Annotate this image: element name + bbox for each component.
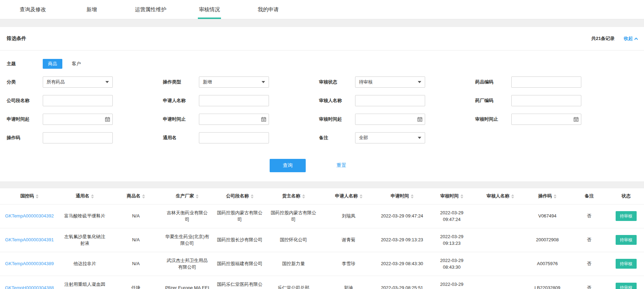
tab-audit-status[interactable]: 审核情况 [180, 0, 239, 19]
cell-auditor [476, 252, 525, 276]
field-label: 审核时间止 [475, 116, 511, 122]
query-button[interactable]: 查询 [270, 159, 306, 172]
column-header-audit-time[interactable]: 审核时间 [428, 188, 476, 204]
tab-label: 审核情况 [199, 6, 220, 13]
generic-name-input[interactable] [199, 132, 269, 143]
column-header-apply-time[interactable]: 申请时间 [376, 188, 428, 204]
tab-label: 新增 [86, 6, 97, 13]
column-header-auditor[interactable]: 审核人名称 [476, 188, 525, 204]
audit-time-to-datepicker [511, 114, 581, 125]
field-apply-time-to: 申请时间止 [163, 114, 319, 125]
collapse-toggle[interactable]: 收起 [624, 35, 638, 42]
chevron-up-icon [634, 38, 638, 40]
field-drug-code: 药品编码 [475, 76, 637, 88]
field-topic: 主题 商品 客户 [0, 59, 644, 69]
selected-value: 全部 [359, 135, 368, 141]
sort-icon[interactable] [142, 194, 145, 199]
sort-icon[interactable] [511, 194, 514, 199]
sort-icon[interactable] [196, 194, 199, 199]
cell-generic-name: 左氧氟沙星氯化钠注射液 [59, 228, 111, 252]
sort-icon[interactable] [302, 194, 305, 199]
audit-time-to-input[interactable] [511, 114, 581, 125]
cell-remark: 否 [570, 252, 608, 276]
sort-icon[interactable] [554, 194, 556, 199]
cell-audit-time: 2022-03-29 09:13:23 [428, 228, 476, 252]
cell-apply-time: 2022-03-29 09:13:23 [376, 228, 428, 252]
column-header-generic-name[interactable]: 通用名 [59, 188, 111, 204]
cell-gk-code: GKTempA00000304392 [0, 204, 59, 228]
factory-code-input[interactable] [511, 95, 581, 106]
field-label: 药厂编码 [475, 98, 511, 104]
results-table: 国控码 通用名 商品名 生产厂家 公司段名称 货主名称 申请人名称 申请时间 审… [0, 188, 644, 289]
sort-icon[interactable] [461, 194, 463, 199]
apply-time-to-input[interactable] [199, 114, 269, 125]
filter-panel: 筛选条件 共21条记录 收起 主题 商品 客户 分类 所有药品 [0, 27, 644, 181]
field-audit-status: 审核状态 待审核 [319, 76, 475, 88]
field-operator-code: 操作码 [7, 132, 163, 143]
cell-company: 国药控股长沙有限公司 [213, 228, 266, 252]
grid-spacer [475, 132, 637, 143]
sort-icon[interactable] [91, 194, 94, 199]
cell-operator-code: 200072908 [525, 228, 570, 252]
cell-generic-name: 注射用重组人凝血因子 [59, 276, 111, 289]
filter-panel-header: 筛选条件 共21条记录 收起 [0, 27, 644, 51]
field-label: 申请时间止 [163, 116, 199, 122]
drug-code-input[interactable] [511, 76, 581, 88]
column-header-company[interactable]: 公司段名称 [213, 188, 266, 204]
cell-operator-code: LB22032809 [525, 276, 570, 289]
cell-apply-time: 2022-03-29 09:47:24 [376, 204, 428, 228]
gk-code-link[interactable]: GKTempA00000304392 [5, 213, 54, 219]
sort-icon[interactable] [36, 194, 39, 199]
gk-code-link[interactable]: GKTempA00000304389 [5, 261, 54, 266]
sort-icon[interactable] [360, 194, 362, 199]
cell-product-name: N/A [111, 204, 161, 228]
remark-select[interactable]: 全部 [355, 132, 425, 143]
reset-button[interactable]: 重置 [337, 162, 346, 169]
column-header-manufacturer[interactable]: 生产厂家 [161, 188, 213, 204]
filter-title: 筛选条件 [7, 35, 26, 42]
apply-time-from-datepicker [43, 114, 113, 125]
gk-code-link[interactable]: GKTempA00000304391 [5, 237, 54, 242]
column-header-product-name[interactable]: 商品名 [111, 188, 161, 204]
cell-apply-time: 2022-03-29 08:25:51 [376, 276, 428, 289]
field-label: 公司段名称 [7, 98, 43, 104]
record-count: 共21条记录 [591, 35, 615, 42]
tab-query-and-modify[interactable]: 查询及修改 [4, 0, 62, 19]
field-audit-time-to: 审核时间止 [475, 114, 637, 125]
audit-status-select[interactable]: 待审核 [355, 76, 425, 88]
tab-operation-attribute-maintenance[interactable]: 运营属性维护 [121, 0, 180, 19]
column-header-owner[interactable]: 货主名称 [266, 188, 321, 204]
category-select[interactable]: 所有药品 [43, 76, 113, 88]
field-label: 操作码 [7, 135, 43, 141]
applicant-name-input[interactable] [199, 95, 269, 106]
column-header-applicant[interactable]: 申请人名称 [321, 188, 376, 204]
tab-label: 运营属性维护 [135, 6, 166, 13]
cell-audit-time: 2022-03-29 08:43:30 [428, 252, 476, 276]
cell-generic-name: 富马酸喹硫平缓释片 [59, 204, 111, 228]
tab-add-new[interactable]: 新增 [62, 0, 121, 19]
apply-time-to-datepicker [199, 114, 269, 125]
filter-grid: 分类 所有药品 操作类型 新增 审核状态 待审核 [0, 76, 644, 143]
cell-remark: 否 [570, 276, 608, 289]
field-label: 申请时间起 [7, 116, 43, 122]
audit-time-from-input[interactable] [355, 114, 425, 125]
sort-icon[interactable] [411, 194, 414, 199]
column-header-operator-code[interactable]: 操作码 [525, 188, 570, 204]
filter-panel-body: 主题 商品 客户 分类 所有药品 操作类型 新增 [0, 51, 644, 181]
topic-option-customer[interactable]: 客户 [67, 59, 86, 69]
auditor-name-input[interactable] [355, 95, 425, 106]
cell-audit-time: 2022-03-29 09:47:24 [428, 204, 476, 228]
sort-icon[interactable] [251, 194, 254, 199]
cell-owner: 国控怀化公司 [266, 228, 321, 252]
apply-time-from-input[interactable] [43, 114, 113, 125]
column-header-gk-code[interactable]: 国控码 [0, 188, 59, 204]
tab-my-applications[interactable]: 我的申请 [239, 0, 298, 19]
operation-type-select[interactable]: 新增 [199, 76, 269, 88]
field-label: 通用名 [163, 135, 199, 141]
company-name-input[interactable] [43, 95, 113, 106]
field-operation-type: 操作类型 新增 [163, 76, 319, 88]
cell-manufacturer: 华夏生生药业(北京)有限公司 [161, 228, 213, 252]
gk-code-link[interactable]: GKTempH00000304388 [5, 285, 54, 289]
topic-option-product[interactable]: 商品 [43, 59, 62, 69]
operator-code-input[interactable] [43, 132, 113, 143]
